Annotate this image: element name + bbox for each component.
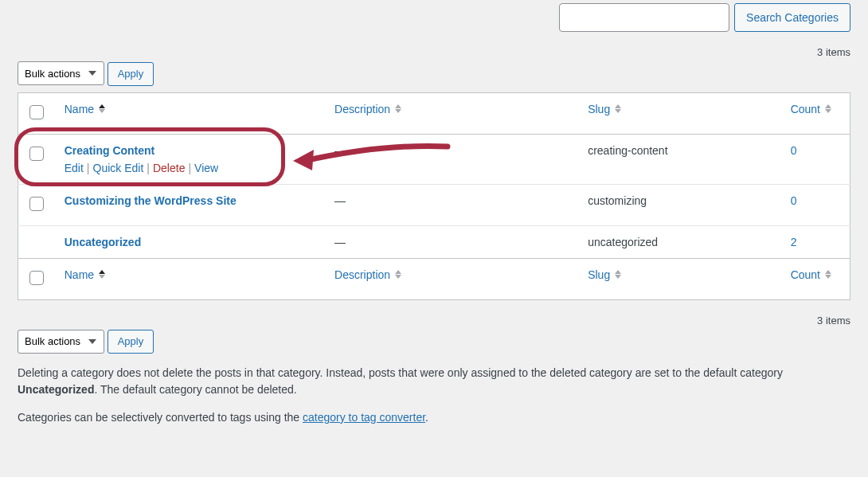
count-link[interactable]: 2 — [791, 236, 797, 248]
cell-slug: customizing — [580, 184, 782, 225]
category-to-tag-converter-link[interactable]: category to tag converter — [303, 411, 425, 424]
cell-description: — — [326, 225, 580, 258]
row-actions: Edit|Quick Edit|Delete|View — [65, 162, 319, 174]
search-input[interactable] — [559, 3, 729, 32]
items-count-label: 3 items — [817, 46, 850, 58]
col-footer-count[interactable]: Count — [791, 268, 831, 281]
col-header-slug-label: Slug — [588, 103, 610, 115]
sort-icon — [615, 104, 621, 113]
sort-icon — [825, 104, 831, 113]
search-categories-button[interactable]: Search Categories — [734, 3, 850, 32]
search-row: Search Categories — [18, 0, 850, 32]
quick-edit-link[interactable]: Quick Edit — [93, 162, 144, 174]
category-title-link[interactable]: Uncategorized — [65, 236, 141, 248]
count-link[interactable]: 0 — [791, 194, 797, 207]
cell-description: — — [326, 184, 580, 225]
col-header-name[interactable]: Name — [65, 103, 105, 115]
bulk-actions-select-bottom[interactable]: Bulk actions — [18, 330, 104, 354]
table-row: Customizing the WordPress Site—customizi… — [18, 184, 850, 225]
apply-button-bottom[interactable]: Apply — [108, 330, 154, 354]
bulk-actions-group: Bulk actions Apply — [18, 61, 154, 86]
category-title-link[interactable]: Customizing the WordPress Site — [65, 194, 237, 207]
sort-icon — [615, 270, 621, 279]
category-title-link[interactable]: Creating Content — [65, 144, 155, 157]
col-header-description[interactable]: Description — [334, 103, 401, 115]
col-header-slug[interactable]: Slug — [588, 103, 621, 115]
apply-button-top[interactable]: Apply — [108, 62, 154, 86]
table-row: Uncategorized—uncategorized2 — [18, 225, 850, 258]
items-count-bottom: 3 items — [18, 315, 850, 326]
row-checkbox[interactable] — [29, 147, 44, 161]
sort-icon — [99, 104, 105, 113]
col-footer-description[interactable]: Description — [334, 268, 401, 281]
col-footer-name[interactable]: Name — [65, 268, 105, 281]
sort-icon — [395, 104, 401, 113]
bulk-actions-group-bottom: Bulk actions Apply — [18, 330, 154, 354]
cell-slug: creating-content — [580, 134, 782, 184]
cell-description: — — [326, 134, 580, 184]
sort-icon — [99, 270, 105, 279]
categories-table: Name Description Slug — [18, 92, 850, 300]
tablenav-bottom: Bulk actions Apply — [18, 330, 850, 354]
select-all-bottom[interactable] — [29, 271, 44, 285]
col-footer-slug[interactable]: Slug — [588, 268, 621, 281]
col-header-count-label: Count — [791, 103, 820, 115]
sort-icon — [395, 270, 401, 279]
col-header-description-label: Description — [334, 103, 390, 115]
row-checkbox[interactable] — [29, 197, 44, 211]
delete-link[interactable]: Delete — [153, 162, 185, 174]
table-wrap: Name Description Slug — [18, 92, 850, 300]
col-header-name-label: Name — [65, 103, 94, 115]
items-count-top: 3 items — [18, 46, 850, 58]
table-row: Creating ContentEdit|Quick Edit|Delete|V… — [18, 134, 850, 184]
count-link[interactable]: 0 — [791, 144, 797, 157]
select-all-top[interactable] — [29, 105, 44, 119]
edit-link[interactable]: Edit — [65, 162, 84, 174]
bulk-actions-select[interactable]: Bulk actions — [18, 61, 104, 85]
view-link[interactable]: View — [194, 162, 218, 174]
sort-icon — [825, 270, 831, 279]
note-convert: Categories can be selectively converted … — [18, 409, 850, 426]
note-delete: Deleting a category does not delete the … — [18, 365, 850, 398]
cell-slug: uncategorized — [580, 225, 782, 258]
categories-panel: Search Categories 3 items Bulk actions A… — [0, 0, 868, 445]
col-header-count[interactable]: Count — [791, 103, 831, 115]
tablenav-top: Bulk actions Apply — [18, 61, 850, 86]
